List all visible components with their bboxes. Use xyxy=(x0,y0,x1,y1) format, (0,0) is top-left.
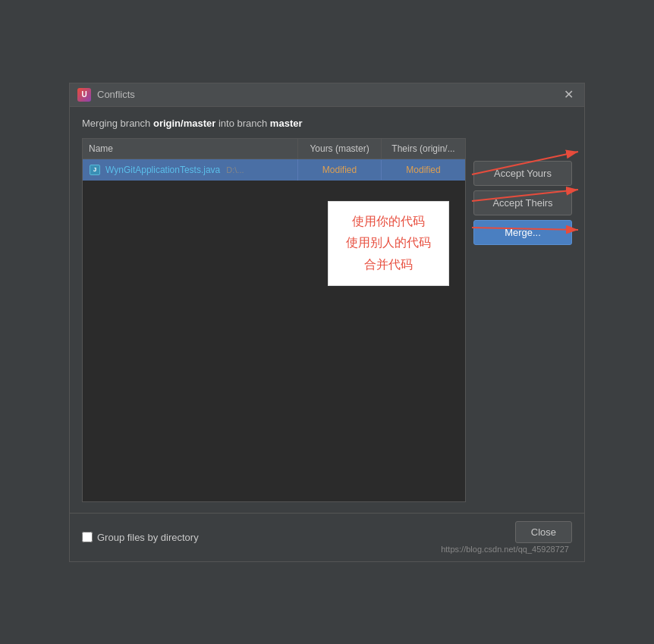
col-theirs: Theirs (origin/... xyxy=(382,139,465,159)
cell-theirs: Modified xyxy=(382,160,465,180)
window-close-button[interactable]: ✕ xyxy=(561,89,577,101)
dialog-body: Merging branch origin/master into branch… xyxy=(70,107,584,513)
file-icon xyxy=(89,164,101,176)
accept-yours-button[interactable]: Accept Yours xyxy=(473,161,572,186)
dialog-title: Conflicts xyxy=(97,89,135,100)
watermark: https://blog.csdn.net/qq_45928727 xyxy=(441,545,572,554)
close-dialog-button[interactable]: Close xyxy=(515,521,572,543)
app-icon: U xyxy=(77,88,91,102)
cell-name: WynGitApplicationTests.java D:\... xyxy=(83,159,298,181)
table-row[interactable]: WynGitApplicationTests.java D:\... Modif… xyxy=(83,159,465,181)
col-yours: Yours (master) xyxy=(298,139,382,159)
annotation-line-2: 使用别人的代码 xyxy=(342,232,435,254)
java-file-icon xyxy=(90,165,100,175)
title-bar-left: U Conflicts xyxy=(77,88,135,102)
buttons-panel: Accept Yours Accept Theirs Merge... xyxy=(466,138,572,502)
annotation-line-1: 使用你的代码 xyxy=(342,211,435,233)
target-branch: master xyxy=(270,118,303,129)
checkbox-group: Group files by directory xyxy=(82,532,199,543)
annotation-line-3: 合并代码 xyxy=(342,254,435,276)
file-table: Name Yours (master) Theirs (origin/... W… xyxy=(82,138,466,502)
merge-info: Merging branch origin/master into branch… xyxy=(82,118,572,129)
accept-theirs-button[interactable]: Accept Theirs xyxy=(473,190,572,215)
table-header: Name Yours (master) Theirs (origin/... xyxy=(83,139,465,159)
annotation-box: 使用你的代码 使用别人的代码 合并代码 xyxy=(328,201,449,286)
group-by-directory-label: Group files by directory xyxy=(97,532,199,543)
content-area: Name Yours (master) Theirs (origin/... W… xyxy=(82,138,572,502)
file-path-tag: D:\... xyxy=(226,165,244,174)
cell-yours: Modified xyxy=(298,160,382,180)
bottom-bar: Group files by directory Close https://b… xyxy=(70,513,584,561)
title-bar: U Conflicts ✕ xyxy=(70,83,584,107)
bottom-right: Close https://blog.csdn.net/qq_45928727 xyxy=(441,521,572,554)
conflicts-dialog: U Conflicts ✕ Merging branch origin/mast… xyxy=(69,83,585,562)
source-branch: origin/master xyxy=(153,118,215,129)
merge-button[interactable]: Merge... xyxy=(473,220,572,245)
file-name: WynGitApplicationTests.java xyxy=(105,165,220,175)
col-name: Name xyxy=(83,139,298,159)
group-by-directory-checkbox[interactable] xyxy=(82,532,93,542)
